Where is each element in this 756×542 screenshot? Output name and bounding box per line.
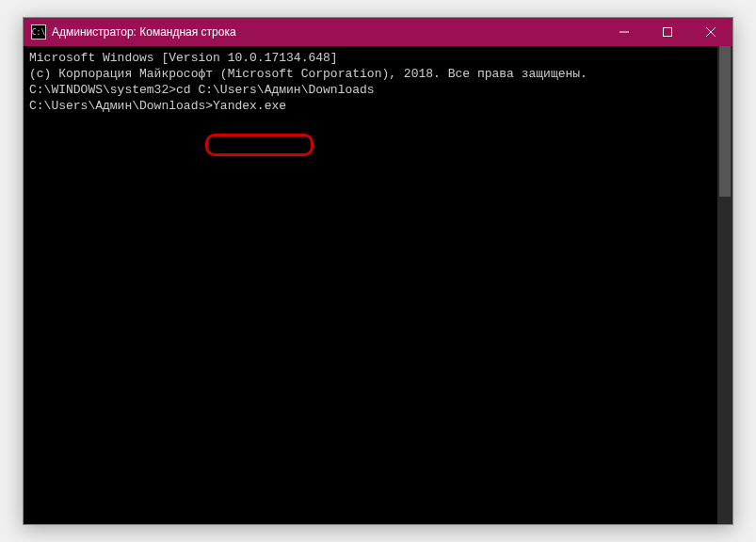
cmd-icon: C:\ xyxy=(31,24,46,40)
terminal-input[interactable]: Yandex.exe xyxy=(213,99,286,113)
svg-rect-1 xyxy=(664,28,672,37)
close-button[interactable] xyxy=(689,18,732,46)
window-controls xyxy=(603,18,732,46)
terminal-line: C:\WINDOWS\system32>cd C:\Users\Админ\Do… xyxy=(29,82,727,98)
scrollbar[interactable] xyxy=(717,46,732,524)
command-prompt-window: C:\ Администратор: Командная строка Micr… xyxy=(23,17,733,525)
terminal-prompt: C:\Users\Админ\Downloads> xyxy=(29,99,213,113)
terminal-output[interactable]: Microsoft Windows [Version 10.0.17134.64… xyxy=(24,46,732,524)
minimize-button[interactable] xyxy=(603,18,646,46)
terminal-line: Microsoft Windows [Version 10.0.17134.64… xyxy=(29,50,727,66)
maximize-button[interactable] xyxy=(646,18,689,46)
terminal-line: (c) Корпорация Майкрософт (Microsoft Cor… xyxy=(29,66,727,82)
scrollbar-thumb[interactable] xyxy=(719,46,731,197)
titlebar[interactable]: C:\ Администратор: Командная строка xyxy=(24,18,732,46)
window-title: Администратор: Командная строка xyxy=(52,25,603,39)
